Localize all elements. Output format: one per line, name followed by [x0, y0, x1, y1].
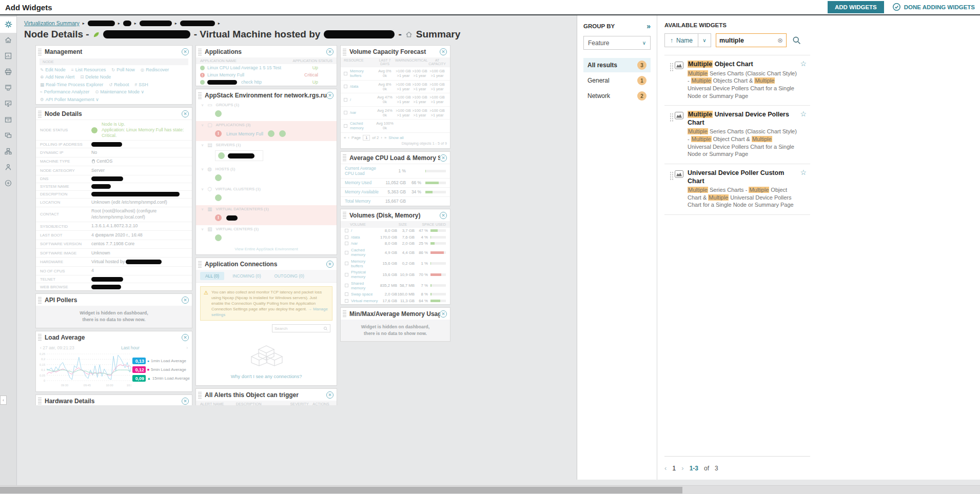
- volume-name[interactable]: /: [351, 228, 379, 233]
- close-icon[interactable]: ✕: [182, 48, 189, 55]
- widget-result-card[interactable]: Universal Device Poller Custom Chart Mul…: [664, 164, 810, 215]
- sort-dropdown-button[interactable]: ∨: [698, 34, 711, 47]
- management-link-edit-node[interactable]: ✎Edit Node: [40, 67, 66, 72]
- application-name[interactable]: Linux CPU Load Average 1 5 15 Test: [207, 65, 281, 70]
- show-all-link[interactable]: Show all: [388, 135, 403, 140]
- resource-name[interactable]: /data: [350, 84, 358, 89]
- widget-search-input[interactable]: multiple ⊗: [716, 33, 787, 47]
- status-up-icon[interactable]: [215, 234, 222, 241]
- search-icon[interactable]: [792, 36, 801, 45]
- chevron-down-icon[interactable]: ∨: [201, 187, 204, 191]
- application-name[interactable]: Linux Memory Full: [207, 72, 244, 77]
- sidebar-item-settings-gear[interactable]: [0, 17, 16, 33]
- drag-handle-icon[interactable]: [343, 49, 346, 55]
- drag-handle-icon[interactable]: [198, 392, 202, 399]
- volume-name[interactable]: Shared memory: [351, 281, 379, 290]
- resource-name[interactable]: Cached memory: [350, 121, 375, 130]
- checkbox[interactable]: [344, 72, 347, 75]
- status-up-icon[interactable]: [218, 152, 225, 159]
- appstack-footer-link[interactable]: View Entire AppStack Environment: [196, 245, 337, 254]
- appstack-section-header[interactable]: ∨ ▧ VIRTUAL CENTERS (1): [201, 226, 331, 232]
- connections-search-input[interactable]: Search: [272, 324, 330, 332]
- status-critical-icon[interactable]: !: [215, 214, 222, 221]
- stat-label[interactable]: Total Memory: [345, 199, 381, 204]
- tab-outgoing[interactable]: OUTGOING (0): [269, 272, 309, 280]
- widget-result-card[interactable]: Multiple Universal Device Pollers Chart …: [664, 106, 810, 164]
- chart-nav-next-icon[interactable]: ›: [186, 345, 188, 350]
- management-link-poll-now[interactable]: ↻Poll Now: [111, 67, 135, 72]
- page-prev-icon[interactable]: ‹: [664, 464, 667, 472]
- resource-name[interactable]: /var: [350, 110, 356, 115]
- drag-handle-icon[interactable]: [38, 398, 42, 404]
- drag-handle-icon[interactable]: [670, 171, 674, 180]
- close-icon[interactable]: ✕: [440, 310, 447, 318]
- management-link-add-new-alert[interactable]: ⊕Add New Alert: [40, 74, 74, 80]
- favorite-star-icon[interactable]: ☆: [800, 110, 807, 118]
- drag-handle-icon[interactable]: [198, 49, 202, 55]
- appstack-selected-object[interactable]: [215, 150, 263, 161]
- drag-handle-icon[interactable]: [343, 154, 346, 161]
- close-icon[interactable]: ✕: [326, 261, 334, 268]
- drag-handle-icon[interactable]: [670, 113, 674, 122]
- status-up-icon[interactable]: [215, 110, 222, 117]
- management-link-api-poller-management[interactable]: ⚙API Poller Management ∨: [40, 97, 99, 102]
- checkbox[interactable]: [345, 292, 348, 296]
- drag-handle-icon[interactable]: [38, 297, 42, 304]
- checkbox[interactable]: [345, 242, 348, 245]
- checkbox[interactable]: [345, 235, 348, 239]
- stat-label[interactable]: Memory Available: [345, 189, 381, 194]
- chart-date-range[interactable]: ‹ 27 авг, 09:21:23: [40, 345, 74, 350]
- group-by-item-network[interactable]: Network 2: [583, 89, 651, 103]
- pager-first-icon[interactable]: «: [344, 135, 346, 140]
- close-icon[interactable]: ✕: [182, 297, 189, 304]
- group-by-select[interactable]: Feature ∨: [583, 36, 651, 50]
- checkbox[interactable]: [345, 251, 348, 254]
- management-link-rediscover[interactable]: ◎Rediscover: [141, 67, 169, 72]
- why-no-connections-link[interactable]: Why don't I see any connections?: [196, 370, 337, 385]
- widget-result-card[interactable]: Multiple Object Chart Multiple Series Ch…: [664, 55, 810, 106]
- page-next-icon[interactable]: ›: [681, 464, 683, 472]
- management-link-delete-node[interactable]: ⊟Delete Node: [80, 74, 111, 80]
- checkbox[interactable]: [345, 299, 348, 303]
- status-up-icon[interactable]: [279, 130, 286, 137]
- checkbox[interactable]: [345, 284, 348, 287]
- drag-handle-icon[interactable]: [38, 334, 42, 341]
- tab-incoming[interactable]: INCOMING (0): [227, 272, 266, 280]
- add-widgets-button[interactable]: ADD WIDGETS: [828, 1, 884, 13]
- volume-name[interactable]: Cached memory: [351, 248, 379, 257]
- close-icon[interactable]: ✕: [182, 398, 189, 405]
- appstack-object-name[interactable]: Linux Memory Full: [226, 131, 263, 136]
- sidebar-item-user-group[interactable]: [0, 160, 16, 176]
- resource-name[interactable]: Memory buffers: [350, 69, 375, 78]
- volume-name[interactable]: /data: [351, 235, 379, 240]
- close-icon[interactable]: ✕: [182, 110, 189, 117]
- drag-handle-icon[interactable]: [343, 310, 346, 317]
- stat-label[interactable]: Current Average CPU Load: [345, 166, 381, 176]
- appstack-section-header[interactable]: ∨ ⬡ VIRTUAL CLUSTERS (1): [201, 186, 331, 192]
- favorite-star-icon[interactable]: ☆: [800, 60, 807, 68]
- volume-name[interactable]: Physical memory: [351, 270, 379, 279]
- group-by-item-general[interactable]: General 1: [583, 73, 651, 88]
- sidebar-item-monitor-check[interactable]: [0, 96, 16, 112]
- drag-handle-icon[interactable]: [38, 111, 42, 117]
- management-link-ssh[interactable]: #SSH: [134, 82, 148, 87]
- resource-name[interactable]: /: [350, 97, 351, 102]
- chevron-down-icon[interactable]: ∨: [201, 167, 204, 171]
- done-adding-widgets-button[interactable]: DONE ADDING WIDGETS: [892, 3, 975, 12]
- close-icon[interactable]: ✕: [440, 48, 447, 55]
- drag-handle-icon[interactable]: [198, 261, 202, 268]
- management-link-maintenance-mode[interactable]: ⊙Maintenance Mode ∨: [95, 89, 144, 94]
- current-page[interactable]: 1: [672, 465, 676, 472]
- appstack-section-header[interactable]: ∨ ▦ VIRTUAL DATACENTERS (1): [201, 206, 331, 212]
- appstack-section-header[interactable]: ∨ ▢ APPLICATIONS (3): [201, 122, 331, 128]
- scrollbar-thumb[interactable]: [0, 487, 682, 493]
- sidebar-item-dual-monitor[interactable]: [0, 128, 16, 144]
- checkbox[interactable]: [344, 85, 347, 88]
- volume-name[interactable]: Virtual memory: [351, 299, 379, 303]
- application-name[interactable]: check http: [241, 80, 262, 85]
- favorite-star-icon[interactable]: ☆: [800, 168, 807, 176]
- sidebar-item-archive-box[interactable]: [0, 112, 16, 128]
- chevron-down-icon[interactable]: ∨: [201, 103, 204, 107]
- status-up-icon[interactable]: [268, 130, 275, 137]
- chevron-down-icon[interactable]: ∨: [201, 227, 204, 231]
